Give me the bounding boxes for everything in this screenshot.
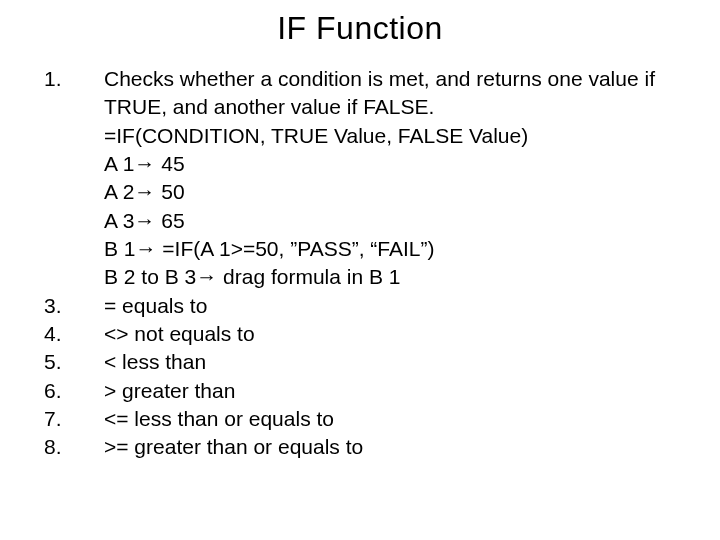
list-line: <= less than or equals to xyxy=(104,405,680,433)
list-line: > greater than xyxy=(104,377,680,405)
list-text: = equals to xyxy=(104,292,680,320)
list-line: A 3→ 65 xyxy=(104,207,680,235)
list-number: 5. xyxy=(40,348,104,376)
list-item: 3.= equals to xyxy=(40,292,680,320)
list-item: 8.>= greater than or equals to xyxy=(40,433,680,461)
list-line: B 2 to B 3→ drag formula in B 1 xyxy=(104,263,680,291)
list-text: >= greater than or equals to xyxy=(104,433,680,461)
list-line: <> not equals to xyxy=(104,320,680,348)
slide-title: IF Function xyxy=(40,10,680,47)
list-line: >= greater than or equals to xyxy=(104,433,680,461)
list-line: = equals to xyxy=(104,292,680,320)
list-number: 8. xyxy=(40,433,104,461)
list-text: < less than xyxy=(104,348,680,376)
list-number: 1. xyxy=(40,65,104,292)
list-line: A 1→ 45 xyxy=(104,150,680,178)
list-number: 3. xyxy=(40,292,104,320)
list-line: A 2→ 50 xyxy=(104,178,680,206)
list-text: Checks whether a condition is met, and r… xyxy=(104,65,680,292)
list-number: 7. xyxy=(40,405,104,433)
slide: IF Function 1.Checks whether a condition… xyxy=(0,0,720,540)
list-number: 4. xyxy=(40,320,104,348)
list-number: 6. xyxy=(40,377,104,405)
list-item: 4.<> not equals to xyxy=(40,320,680,348)
list-item: 6.> greater than xyxy=(40,377,680,405)
list-text: <> not equals to xyxy=(104,320,680,348)
slide-body: 1.Checks whether a condition is met, and… xyxy=(40,65,680,462)
list-item: 1.Checks whether a condition is met, and… xyxy=(40,65,680,292)
list-line: Checks whether a condition is met, and r… xyxy=(104,65,680,122)
list-text: <= less than or equals to xyxy=(104,405,680,433)
list-line: B 1→ =IF(A 1>=50, ”PASS”, “FAIL”) xyxy=(104,235,680,263)
list-text: > greater than xyxy=(104,377,680,405)
list-line: =IF(CONDITION, TRUE Value, FALSE Value) xyxy=(104,122,680,150)
list-item: 5.< less than xyxy=(40,348,680,376)
list-item: 7.<= less than or equals to xyxy=(40,405,680,433)
list-line: < less than xyxy=(104,348,680,376)
